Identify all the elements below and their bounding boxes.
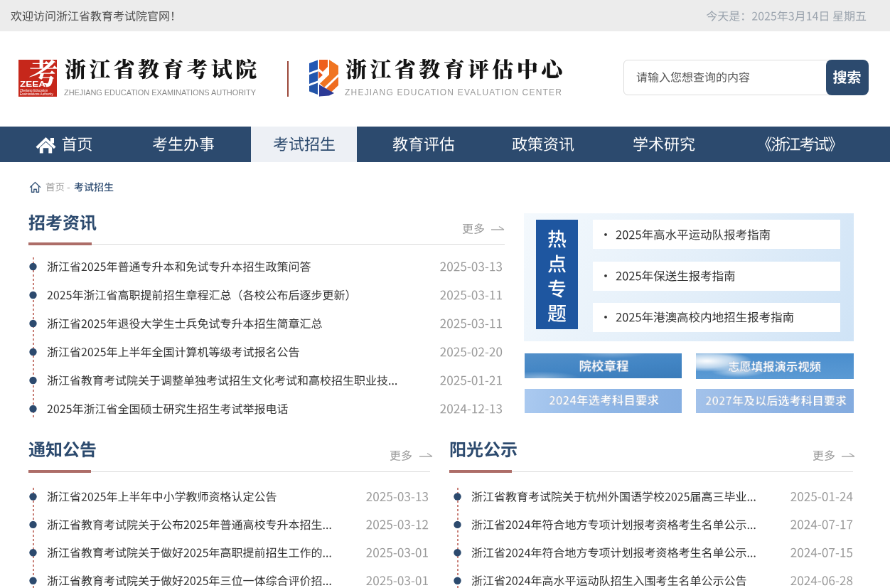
svg-text:ZEEA: ZEEA bbox=[20, 80, 45, 88]
svg-text:ZHEJIANG EDUCATION EXAMINATION: ZHEJIANG EDUCATION EXAMINATIONS AUTHORIT… bbox=[64, 88, 257, 97]
svg-text:Examinations Authority: Examinations Authority bbox=[20, 92, 53, 96]
svg-text:ZHEJIANG EDUCATION EVALUATION: ZHEJIANG EDUCATION EVALUATION CENTER bbox=[345, 87, 562, 97]
